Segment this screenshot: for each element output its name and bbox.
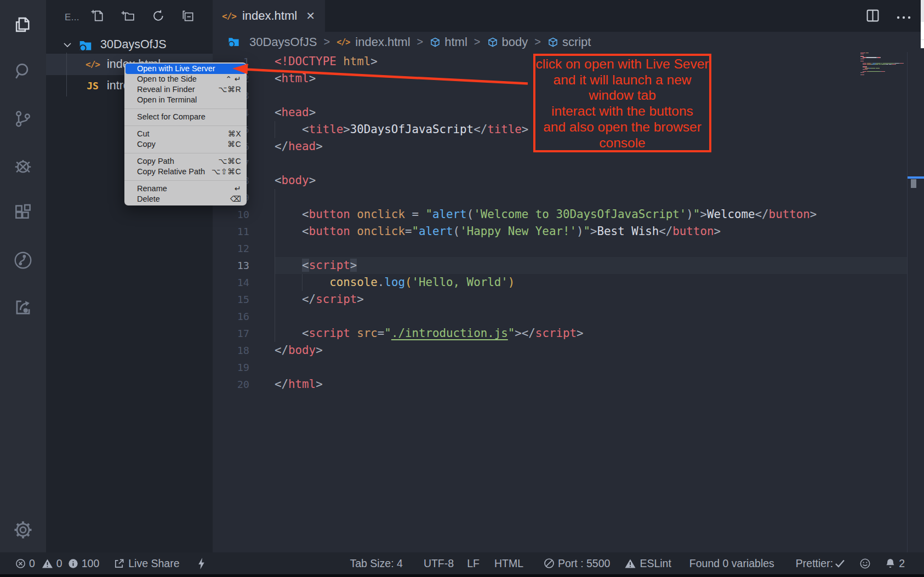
status-item-utf-8[interactable]: UTF-8 [424,557,454,570]
line-number: 11 [213,223,249,240]
menu-item-copy-path[interactable]: Copy Path⌥⌘C [126,156,246,167]
window-edge-sliver [921,0,924,22]
status-item-lf[interactable]: LF [467,557,480,570]
status-item-2[interactable]: 2 [885,557,905,570]
menu-item-label: Rename [137,184,167,194]
code-line-10: 10 <button onclick = "alert('Welcome to … [213,206,907,223]
status-item-found-0-variables[interactable]: Found 0 variables [689,557,774,570]
search-icon[interactable] [0,51,46,92]
breadcrumb: 30DaysOfJS></>index.html>html>body>scrip… [213,32,924,52]
tab-index-html[interactable]: </> index.html ✕ [213,0,325,32]
settings-gear-icon[interactable] [0,510,46,550]
code-line-15: 15 </script> [213,291,907,308]
window-edge-sliver [921,39,924,40]
gitlens-icon[interactable] [0,240,46,281]
annotation-text-line: and it will launch a new [535,72,709,88]
minimap-line [863,56,864,56]
code-text: <head> [275,104,316,121]
new-file-icon[interactable] [90,9,106,24]
tree-item-folder[interactable]: 30DaysOfJS [46,34,213,55]
status-item-0[interactable]: 0 [42,557,62,570]
status-item-100[interactable]: 100 [68,557,100,570]
menu-item-open-with-live-server[interactable]: Open with Live Server [126,64,246,74]
menu-item-cut[interactable]: Cut⌘X [126,129,246,139]
tab-label: index.html [242,9,297,23]
html-file-icon: </> [85,58,100,71]
breadcrumb-item-body[interactable]: body [487,35,528,49]
window-bottom-strip [0,574,924,577]
scrollbar-thumb[interactable] [911,179,916,188]
status-item-prettier-[interactable]: Prettier: [796,557,833,570]
breadcrumb-item-script[interactable]: script [547,35,591,49]
status-item-0[interactable]: 0 [15,557,35,570]
check-icon [835,559,845,568]
status-item-smiley-icon[interactable] [859,558,871,569]
menu-item-shortcut: ⌘X [228,129,241,139]
status-item-tab-size-4[interactable]: Tab Size: 4 [350,557,402,570]
split-editor-icon[interactable] [866,9,880,25]
menu-item-open-to-the-side[interactable]: Open to the Side⌃ ↵ [126,74,246,84]
tab-close-icon[interactable]: ✕ [306,10,315,21]
extensions-icon[interactable] [0,193,46,233]
status-item-check-icon[interactable] [835,559,845,568]
minimap-line [880,57,881,58]
status-item-eslint[interactable]: ESLint [624,557,671,570]
breadcrumb-item-html[interactable]: html [430,35,467,49]
minimap-line [870,71,879,72]
new-folder-icon[interactable] [121,9,136,24]
minimap-line [864,75,864,75]
error-icon [15,558,26,569]
status-item-live-share[interactable]: Live Share [113,557,179,570]
debug-icon[interactable] [0,146,46,186]
source-control-icon[interactable] [0,99,46,139]
menu-item-reveal-in-finder[interactable]: Reveal in Finder⌥⌘R [126,84,246,95]
info-icon [68,558,78,569]
menu-separator [124,108,247,109]
port-icon [544,558,555,569]
code-line-17: 17 <script src="./introduction.js"></scr… [213,325,907,342]
overview-cursor-marker [908,176,924,179]
overview-ruler-border [907,52,908,552]
explorer-icon[interactable] [0,4,46,45]
minimap-line [886,64,888,65]
breadcrumb-item-30DaysOfJS[interactable]: 30DaysOfJS [227,35,317,49]
menu-item-copy-relative-path[interactable]: Copy Relative Path⌥⇧⌘C [126,167,246,177]
chevron-down-icon [62,39,73,50]
menu-item-open-in-terminal[interactable]: Open in Terminal [126,95,246,105]
menu-item-label: Cut [137,129,150,139]
live-share-icon[interactable] [0,287,46,328]
breadcrumb-separator: > [474,36,481,48]
annotation-text-line: interact with the buttons [535,104,709,119]
menu-item-copy[interactable]: Copy⌘C [126,139,246,150]
status-item-label: 100 [82,557,100,570]
status-item-label: ESLint [640,557,671,570]
minimap-line [864,72,864,73]
minimap[interactable] [860,53,905,77]
html-file-icon: </> [222,11,236,21]
status-item-port-5500[interactable]: Port : 5500 [544,557,610,570]
minimap-line [885,71,885,72]
collapse-all-icon[interactable] [181,9,196,24]
menu-item-shortcut: ⌥⌘R [218,84,241,95]
minimap-line [876,63,881,64]
indent-guide [275,308,275,325]
status-item-bolt-icon[interactable] [197,557,206,570]
refresh-icon[interactable] [151,9,167,24]
minimap-line [903,63,904,64]
menu-item-delete[interactable]: Delete⌫ [126,194,246,204]
line-number: 12 [213,240,249,257]
breadcrumb-separator: > [417,36,424,48]
menu-item-select-for-compare[interactable]: Select for Compare [126,112,246,122]
annotation-text-line: console [535,135,709,151]
bolt-icon [197,557,206,570]
breadcrumb-item-index.html[interactable]: </>index.html [336,35,410,49]
menu-item-label: Delete [137,194,160,204]
status-item-html[interactable]: HTML [494,557,523,570]
symbol-cube-icon [487,37,498,48]
code-text: <button onclick="alert('Happy New Year!'… [275,223,721,240]
tree-indent-guide [66,53,67,96]
code-text: <title>30DaysOfJavaScript</title> [275,121,528,138]
menu-item-rename[interactable]: Rename↵ [126,184,246,194]
code-line-16: 16 [213,308,907,325]
more-actions-icon[interactable] [897,13,911,23]
